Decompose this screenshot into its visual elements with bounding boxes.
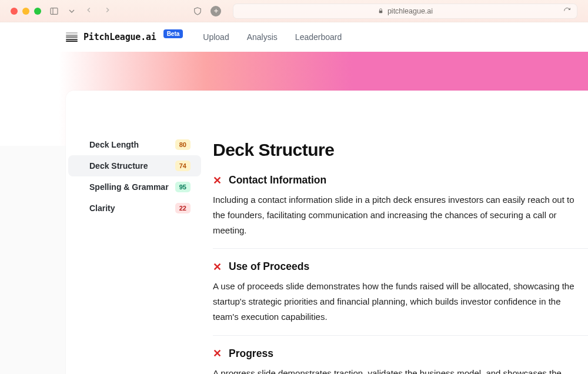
brand-text[interactable]: PitchLeague.ai xyxy=(83,32,156,42)
fail-x-icon: ✕ xyxy=(213,175,222,186)
sidebar-item-deck-structure[interactable]: Deck Structure 74 xyxy=(68,155,201,176)
sidebar-item-label: Deck Structure xyxy=(89,161,148,171)
lock-icon xyxy=(377,8,384,14)
section-title: Contact Information xyxy=(229,174,326,186)
metrics-sidebar: Deck Length 80 Deck Structure 74 Spellin… xyxy=(66,91,203,374)
score-badge: 74 xyxy=(175,161,191,171)
section-body: A progress slide demonstrates traction, … xyxy=(213,366,588,374)
nav-upload[interactable]: Upload xyxy=(203,32,229,42)
site-header: PitchLeague.ai Beta Upload Analysis Lead… xyxy=(0,22,588,52)
section-progress: ✕ Progress A progress slide demonstrates… xyxy=(213,348,588,374)
sidebar-item-clarity[interactable]: Clarity 22 xyxy=(68,198,201,219)
privacy-shield-icon[interactable] xyxy=(193,6,202,16)
minimize-window-icon[interactable] xyxy=(22,8,29,15)
logo-icon[interactable] xyxy=(66,32,78,42)
main-content: Deck Structure ✕ Contact Information Inc… xyxy=(203,91,588,374)
forward-button-icon[interactable] xyxy=(103,6,112,16)
maximize-window-icon[interactable] xyxy=(34,8,41,15)
sidebar-item-label: Clarity xyxy=(89,203,115,213)
score-badge: 22 xyxy=(175,203,191,213)
fail-x-icon: ✕ xyxy=(213,348,222,359)
sidebar-item-spelling-grammar[interactable]: Spelling & Grammar 95 xyxy=(68,176,201,198)
svg-rect-4 xyxy=(379,11,383,13)
section-title: Progress xyxy=(229,348,273,360)
page-title: Deck Structure xyxy=(213,140,588,160)
hero-mask xyxy=(0,146,68,374)
fail-x-icon: ✕ xyxy=(213,262,222,272)
analysis-card: Deck Length 80 Deck Structure 74 Spellin… xyxy=(66,91,588,374)
url-text: pitchleague.ai xyxy=(387,7,433,15)
reload-icon[interactable] xyxy=(563,7,571,15)
window-controls[interactable] xyxy=(11,8,41,15)
sidebar-item-deck-length[interactable]: Deck Length 80 xyxy=(68,134,201,155)
back-button-icon[interactable] xyxy=(85,6,93,16)
svg-rect-0 xyxy=(51,8,58,14)
address-bar[interactable]: pitchleague.ai xyxy=(233,4,577,19)
browser-toolbar: pitchleague.ai xyxy=(0,0,588,22)
sidebar-item-label: Spelling & Grammar xyxy=(89,182,169,192)
beta-badge: Beta xyxy=(163,29,183,38)
top-nav: Upload Analysis Leaderboard xyxy=(203,32,342,42)
score-badge: 95 xyxy=(175,182,191,192)
section-body: Including a contact information slide in… xyxy=(213,192,588,238)
section-contact-information: ✕ Contact Information Including a contac… xyxy=(213,174,588,249)
sidebar-item-label: Deck Length xyxy=(89,140,139,149)
chevron-down-icon[interactable] xyxy=(67,6,76,16)
new-tab-icon[interactable] xyxy=(211,6,221,16)
nav-analysis[interactable]: Analysis xyxy=(247,32,278,42)
nav-leaderboard[interactable]: Leaderboard xyxy=(295,32,342,42)
section-body: A use of proceeds slide demonstrates how… xyxy=(213,279,588,324)
score-badge: 80 xyxy=(175,139,191,150)
section-title: Use of Proceeds xyxy=(229,261,309,273)
section-use-of-proceeds: ✕ Use of Proceeds A use of proceeds slid… xyxy=(213,261,588,335)
sidebar-toggle-icon[interactable] xyxy=(49,6,59,16)
close-window-icon[interactable] xyxy=(11,8,18,15)
